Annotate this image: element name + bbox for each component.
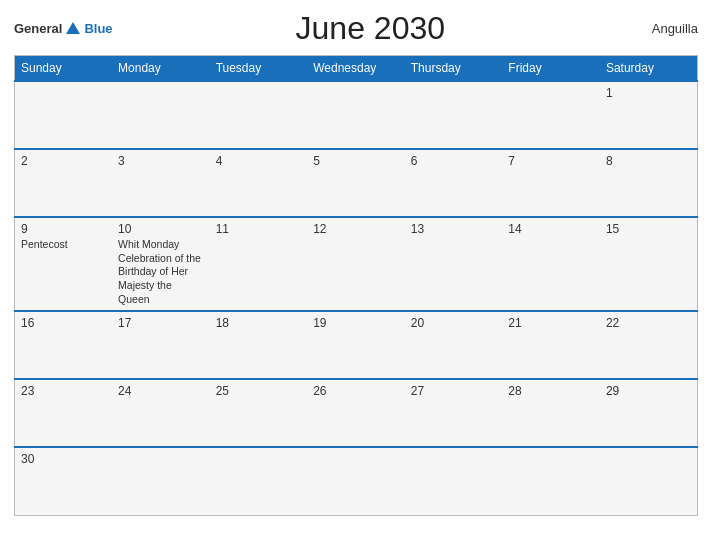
- calendar-cell: 21: [502, 311, 600, 379]
- calendar-cell: 12: [307, 217, 405, 311]
- day-number: 13: [411, 222, 497, 236]
- col-monday: Monday: [112, 56, 210, 82]
- calendar-cell: [405, 447, 503, 515]
- col-thursday: Thursday: [405, 56, 503, 82]
- calendar-cell: 16: [15, 311, 113, 379]
- day-number: 27: [411, 384, 497, 398]
- calendar-table: Sunday Monday Tuesday Wednesday Thursday…: [14, 55, 698, 516]
- calendar-cell: 29: [600, 379, 698, 447]
- calendar-cell: 18: [210, 311, 308, 379]
- day-number: 2: [21, 154, 106, 168]
- calendar-cell: 22: [600, 311, 698, 379]
- calendar-cell: [600, 447, 698, 515]
- calendar-cell: 24: [112, 379, 210, 447]
- day-number: 10: [118, 222, 204, 236]
- calendar-week-row: 2345678: [15, 149, 698, 217]
- day-number: 23: [21, 384, 106, 398]
- calendar-cell: 25: [210, 379, 308, 447]
- calendar-cell: 27: [405, 379, 503, 447]
- calendar-cell: 26: [307, 379, 405, 447]
- calendar-week-row: 9Pentecost10Whit Monday Celebration of t…: [15, 217, 698, 311]
- calendar-cell: [405, 81, 503, 149]
- day-number: 25: [216, 384, 302, 398]
- day-number: 17: [118, 316, 204, 330]
- header: General Blue June 2030 Anguilla: [14, 10, 698, 47]
- calendar-cell: 20: [405, 311, 503, 379]
- calendar-cell: [502, 447, 600, 515]
- calendar-cell: 15: [600, 217, 698, 311]
- calendar-cell: 19: [307, 311, 405, 379]
- calendar-cell: 28: [502, 379, 600, 447]
- event-text: Whit Monday Celebration of the Birthday …: [118, 238, 204, 306]
- day-number: 29: [606, 384, 691, 398]
- calendar-cell: 4: [210, 149, 308, 217]
- day-number: 3: [118, 154, 204, 168]
- calendar-cell: [502, 81, 600, 149]
- calendar-cell: 13: [405, 217, 503, 311]
- page: General Blue June 2030 Anguilla Sunday M…: [0, 0, 712, 550]
- col-tuesday: Tuesday: [210, 56, 308, 82]
- col-sunday: Sunday: [15, 56, 113, 82]
- day-number: 1: [606, 86, 691, 100]
- calendar-cell: 11: [210, 217, 308, 311]
- event-text: Pentecost: [21, 238, 106, 252]
- calendar-title: June 2030: [113, 10, 628, 47]
- calendar-cell: 14: [502, 217, 600, 311]
- col-wednesday: Wednesday: [307, 56, 405, 82]
- day-number: 5: [313, 154, 399, 168]
- calendar-cell: 1: [600, 81, 698, 149]
- day-number: 7: [508, 154, 594, 168]
- calendar-cell: [307, 81, 405, 149]
- calendar-cell: [307, 447, 405, 515]
- logo: General Blue: [14, 20, 113, 38]
- calendar-week-row: 30: [15, 447, 698, 515]
- calendar-cell: 8: [600, 149, 698, 217]
- calendar-cell: 5: [307, 149, 405, 217]
- calendar-cell: [15, 81, 113, 149]
- day-number: 22: [606, 316, 691, 330]
- day-number: 14: [508, 222, 594, 236]
- calendar-week-row: 1: [15, 81, 698, 149]
- day-number: 12: [313, 222, 399, 236]
- logo-icon: [64, 20, 82, 38]
- calendar-cell: 2: [15, 149, 113, 217]
- day-number: 26: [313, 384, 399, 398]
- day-number: 19: [313, 316, 399, 330]
- day-number: 6: [411, 154, 497, 168]
- day-number: 8: [606, 154, 691, 168]
- calendar-cell: [210, 447, 308, 515]
- calendar-cell: 23: [15, 379, 113, 447]
- calendar-cell: 30: [15, 447, 113, 515]
- col-saturday: Saturday: [600, 56, 698, 82]
- day-number: 9: [21, 222, 106, 236]
- calendar-cell: 9Pentecost: [15, 217, 113, 311]
- calendar-cell: 17: [112, 311, 210, 379]
- calendar-week-row: 23242526272829: [15, 379, 698, 447]
- day-number: 4: [216, 154, 302, 168]
- logo-general-text: General: [14, 21, 62, 36]
- day-number: 15: [606, 222, 691, 236]
- day-number: 21: [508, 316, 594, 330]
- col-friday: Friday: [502, 56, 600, 82]
- day-number: 30: [21, 452, 106, 466]
- day-number: 28: [508, 384, 594, 398]
- day-number: 20: [411, 316, 497, 330]
- calendar-cell: 6: [405, 149, 503, 217]
- calendar-cell: 7: [502, 149, 600, 217]
- country-label: Anguilla: [628, 21, 698, 36]
- calendar-cell: 3: [112, 149, 210, 217]
- day-number: 24: [118, 384, 204, 398]
- calendar-cell: [210, 81, 308, 149]
- day-number: 11: [216, 222, 302, 236]
- calendar-cell: 10Whit Monday Celebration of the Birthda…: [112, 217, 210, 311]
- logo-blue-text: Blue: [84, 21, 112, 36]
- calendar-cell: [112, 447, 210, 515]
- calendar-cell: [112, 81, 210, 149]
- day-number: 16: [21, 316, 106, 330]
- calendar-header-row: Sunday Monday Tuesday Wednesday Thursday…: [15, 56, 698, 82]
- calendar-week-row: 16171819202122: [15, 311, 698, 379]
- day-number: 18: [216, 316, 302, 330]
- svg-marker-0: [66, 22, 80, 34]
